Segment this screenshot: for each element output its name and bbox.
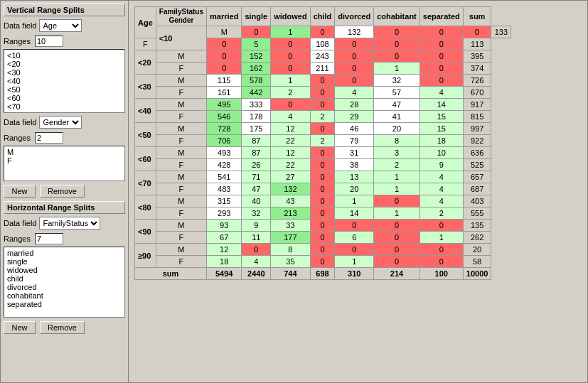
cell: 47 — [242, 183, 271, 195]
cell: 0 — [374, 50, 420, 63]
cell: 26 — [242, 159, 271, 171]
gender-f: F — [156, 111, 206, 123]
cell: 32 — [242, 207, 271, 220]
age-field-label: Data field — [4, 21, 36, 30]
cell: 11 — [242, 232, 271, 244]
age-value: <60 — [135, 147, 156, 171]
right-panel: Age FamilyStatusGender married single wi… — [129, 1, 587, 382]
gender-list-box[interactable]: M F — [4, 146, 125, 181]
family-ranges-input[interactable] — [35, 233, 63, 244]
cell: 0 — [374, 244, 420, 256]
cell: 0 — [374, 256, 420, 268]
list-item[interactable]: married — [6, 249, 123, 257]
gender-ranges-row: Ranges — [4, 132, 125, 144]
table-row: <70 M 541 71 27 0 13 1 4 657 — [135, 171, 511, 183]
age-ranges-input[interactable] — [35, 36, 63, 47]
cell: 555 — [463, 207, 491, 220]
cell: 135 — [463, 220, 491, 232]
cell: 1 — [374, 171, 420, 183]
cell: 4 — [419, 195, 463, 207]
cell: 10 — [419, 147, 463, 159]
cell: 32 — [374, 75, 420, 87]
list-item[interactable]: cohabitant — [6, 291, 123, 300]
table-row: F 428 26 22 0 38 2 9 525 — [135, 159, 511, 171]
cell: 333 — [242, 99, 271, 111]
cell: 0 — [335, 244, 374, 256]
gender-field-select[interactable]: Gender — [39, 116, 82, 129]
cell: 706 — [207, 135, 242, 147]
single-header: single — [242, 7, 271, 26]
cell: 12 — [207, 244, 242, 256]
age-field-select[interactable]: Age — [39, 19, 82, 32]
cell: 20 — [463, 244, 491, 256]
family-list-box[interactable]: married single widowed child divorced co… — [4, 247, 125, 318]
cell: 177 — [271, 232, 310, 244]
cell: 395 — [463, 50, 491, 63]
cell: 4 — [242, 256, 271, 268]
list-item[interactable]: <30 — [6, 68, 123, 77]
cell: 428 — [207, 159, 242, 171]
list-item[interactable]: <20 — [6, 60, 123, 68]
list-item[interactable]: <60 — [6, 94, 123, 102]
cell: 0 — [207, 38, 242, 50]
table-row: <80 M 315 40 43 0 1 0 4 403 — [135, 195, 511, 207]
list-item[interactable]: single — [6, 257, 123, 266]
age-list-box[interactable]: <10 <20 <30 <40 <50 <60 <70 — [4, 49, 125, 113]
list-item[interactable]: divorced — [6, 283, 123, 291]
cell: 0 — [310, 220, 335, 232]
table-row: <50 M 728 175 12 0 46 20 15 997 — [135, 123, 511, 135]
table-row: F 0 162 0 211 0 1 0 374 — [135, 63, 511, 75]
cell: 161 — [207, 87, 242, 99]
gender-ranges-label: Ranges — [4, 134, 31, 142]
cell: 132 — [271, 183, 310, 195]
list-item[interactable]: widowed — [6, 266, 123, 274]
sum-single: 2440 — [242, 268, 271, 280]
horizontal-section-title: Horizontal Range Splits — [4, 201, 125, 214]
gender-f: F — [156, 256, 206, 268]
gender-f: F — [156, 207, 206, 220]
gender-f: F — [156, 183, 206, 195]
cell: 15 — [419, 111, 463, 123]
gender-ranges-input[interactable] — [35, 132, 63, 144]
cell: 495 — [207, 99, 242, 111]
main-container: Vertical Range Splits Data field Age Ran… — [0, 0, 588, 383]
horizontal-remove-button[interactable]: Remove — [40, 321, 85, 334]
vertical-remove-button[interactable]: Remove — [40, 185, 85, 198]
cell: 726 — [463, 75, 491, 87]
cell: 133 — [491, 26, 511, 38]
cell: 6 — [335, 232, 374, 244]
cell: 14 — [419, 99, 463, 111]
cell: 108 — [310, 38, 335, 50]
age-value: <10 — [156, 26, 206, 50]
cell: 0 — [335, 63, 374, 75]
cell: 57 — [374, 87, 420, 99]
cell: 2 — [310, 135, 335, 147]
cell: 0 — [310, 159, 335, 171]
vertical-new-button[interactable]: New — [4, 185, 36, 198]
age-header: Age — [135, 7, 156, 38]
horizontal-new-button[interactable]: New — [4, 321, 36, 334]
list-item[interactable]: <10 — [6, 51, 123, 60]
list-item[interactable]: <40 — [6, 77, 123, 85]
cell: 67 — [207, 232, 242, 244]
cell: 20 — [335, 183, 374, 195]
list-item[interactable]: separated — [6, 300, 123, 308]
sum-cohabitant: 214 — [374, 268, 420, 280]
list-item[interactable]: <70 — [6, 102, 123, 111]
family-field-select[interactable]: FamilyStatus — [39, 217, 100, 230]
list-item[interactable]: F — [6, 156, 123, 165]
list-item[interactable]: M — [6, 148, 123, 156]
list-item[interactable]: child — [6, 274, 123, 283]
cell: 0 — [271, 38, 310, 50]
gender-f: F — [156, 159, 206, 171]
cell: 178 — [242, 111, 271, 123]
cell: 2 — [310, 111, 335, 123]
list-item[interactable]: <50 — [6, 85, 123, 94]
cell: 3 — [374, 147, 420, 159]
cell: 9 — [242, 220, 271, 232]
cell: 71 — [242, 171, 271, 183]
cell: 132 — [335, 26, 374, 38]
family-field-row: Data field FamilyStatus — [4, 217, 125, 230]
cell: 374 — [463, 63, 491, 75]
cell: 1 — [271, 75, 310, 87]
